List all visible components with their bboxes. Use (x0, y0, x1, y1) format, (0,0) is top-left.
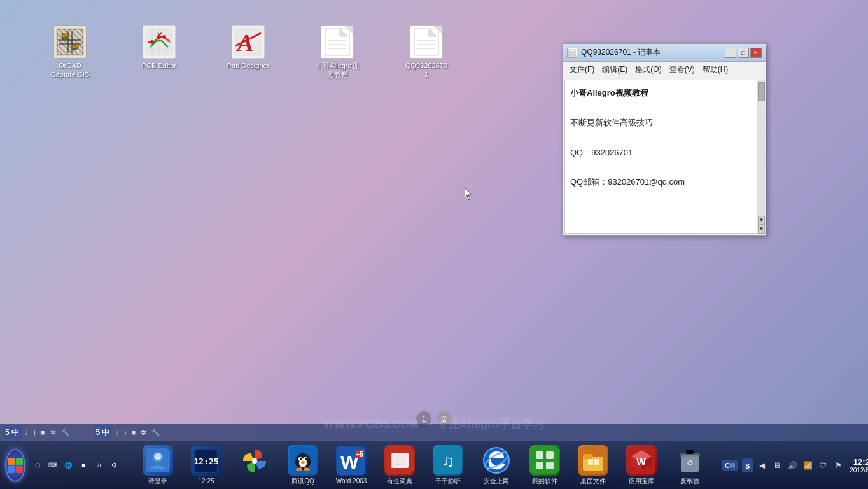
sec-item-note-2[interactable]: ♪ (113, 429, 121, 436)
start-button[interactable] (5, 449, 25, 482)
svg-text:A: A (236, 29, 253, 56)
video-folder-icon (321, 25, 354, 59)
svg-point-60 (301, 461, 305, 464)
sec-item-asterisk[interactable]: ✲ (48, 429, 58, 437)
sec-item-wrench-2[interactable]: 🔧 (150, 429, 162, 437)
taskbar-app-mysoft[interactable]: 我的软件 (523, 445, 566, 486)
notepad-menu-view[interactable]: 查看(V) (666, 63, 699, 76)
trash-label: 废纸篓 (680, 477, 699, 486)
music-icon: ♫ (433, 445, 463, 476)
ime-char-5-2: 5 (96, 428, 101, 437)
notepad-titlebar[interactable]: QQ932026701 - 记事本 ─ □ ✕ (563, 44, 766, 62)
ql-icon-1[interactable]: ⬡ (31, 458, 45, 472)
scroll-bottom-arrow[interactable]: ▼ (758, 225, 765, 234)
svg-rect-87 (588, 459, 593, 465)
secondary-toolbar: 5 中 ♪ ) ■ ✲ 🔧 5 中 ♪ ) ■ ✲ 🔧 (0, 424, 868, 441)
notepad-scrollbar[interactable]: ▼ ▼ (757, 80, 766, 234)
svg-rect-9 (73, 45, 79, 48)
tray-icon-shield[interactable]: 🛡 (816, 459, 829, 472)
notepad-scrollbar-thumb[interactable] (758, 82, 765, 101)
svg-point-7 (73, 45, 78, 50)
notepad-line-7: QQ邮箱：932026701@qq.com (570, 174, 759, 189)
svg-point-47 (156, 454, 160, 458)
appstore-icon: W (626, 445, 657, 476)
ql-icon-6[interactable]: ⚙ (107, 458, 121, 472)
minimize-button[interactable]: ─ (725, 48, 736, 58)
notepad-menu-file[interactable]: 文件(F) (566, 63, 598, 76)
mysoft-icon (529, 445, 560, 476)
sec-item-wrench[interactable]: 🔧 (59, 429, 72, 437)
notepad-content[interactable]: 小哥Allegro视频教程 不断更新软件高级技巧 QQ：932026701 QQ… (564, 80, 764, 234)
pcb-editor-label: PCB Editor (142, 61, 176, 70)
system-clock[interactable]: 12:25 2012/8/30 (850, 457, 868, 474)
ql-icon-2[interactable]: ⌨ (46, 458, 60, 472)
taskbar-app-appstore[interactable]: W 应用宝库 (620, 445, 663, 486)
taskbar-app-trash[interactable]: ♻ 废纸篓 (668, 445, 711, 486)
sec-item-paren[interactable]: ) (31, 429, 38, 436)
desktop-icon-orcad[interactable]: OrCAD Capture CIS (45, 25, 95, 80)
svg-rect-24 (325, 29, 349, 55)
notepad-line-4 (570, 130, 759, 145)
desktop-icons-container: OrCAD Capture CIS (45, 25, 452, 80)
desktop-icon-pad-designer[interactable]: A Pad Designer (223, 25, 274, 70)
taskbar-app-desktop-files[interactable]: 桌面文件 (571, 445, 615, 486)
contacts-icon (143, 445, 173, 476)
ime-bar-1[interactable]: 5 中 (3, 425, 22, 439)
svg-rect-88 (594, 459, 599, 465)
svg-text:12:25: 12:25 (194, 457, 218, 466)
ime-bar-2[interactable]: 5 中 (94, 425, 113, 439)
svg-rect-83 (546, 462, 554, 469)
taskbar-app-ie[interactable]: 安全上网 (475, 445, 518, 486)
close-button[interactable]: ✕ (750, 48, 762, 58)
notepad-menu-edit[interactable]: 编辑(E) (598, 63, 631, 76)
ime-char-5: 5 (5, 428, 10, 437)
word-label: Word 2003 (336, 478, 367, 485)
taskbar-app-word[interactable]: W +5 Word 2003 (330, 446, 373, 485)
notepad-window: QQ932026701 - 记事本 ─ □ ✕ 文件(F) 编辑(E) 格式(O… (563, 43, 766, 236)
svg-rect-40 (16, 458, 23, 465)
ql-icon-5[interactable]: ⊕ (92, 458, 106, 472)
taskbar-app-pinwheel[interactable]: · (233, 446, 276, 485)
taskbar-app-clock[interactable]: 12:25 12:25 (185, 446, 228, 485)
taskbar-app-music[interactable]: ♫ 千千静听 (426, 445, 470, 486)
ql-icon-3[interactable]: 🌐 (61, 458, 75, 472)
sec-item-square[interactable]: ■ (39, 429, 47, 436)
clock-date: 2012/8/30 (850, 467, 868, 474)
svg-point-58 (300, 458, 302, 460)
sec-item-paren-2[interactable]: ) (122, 429, 129, 436)
taskbar-app-qq[interactable]: 腾讯QQ (281, 445, 325, 486)
tray-icon-network[interactable]: 📶 (801, 459, 814, 472)
window-controls: ─ □ ✕ (725, 48, 762, 58)
notepad-menu-help[interactable]: 帮助(H) (699, 63, 732, 76)
tray-icon-sound[interactable]: 🔊 (786, 459, 799, 472)
ime-tray[interactable]: CH (722, 460, 738, 471)
tray-icon-monitor[interactable]: 🖥 (771, 459, 783, 472)
taskbar-app-dictionary[interactable]: 有道词典 (378, 445, 421, 486)
ql-icon-4[interactable]: ■ (76, 458, 90, 472)
tray-icon-action[interactable]: ⚑ (832, 459, 844, 472)
notepad-line-2 (570, 100, 759, 115)
svg-rect-0 (56, 28, 84, 56)
scroll-down-arrow[interactable]: ▼ (758, 216, 765, 225)
notepad-menu-format[interactable]: 格式(O) (631, 63, 665, 76)
svg-point-19 (157, 35, 161, 39)
desktop-icon-pcb-editor[interactable]: ✗ PCB Editor (134, 25, 185, 70)
tray-icon-arrow[interactable]: ◀ (755, 459, 768, 472)
ime-s[interactable]: S (742, 458, 753, 472)
sec-item-square-2[interactable]: ■ (129, 429, 137, 436)
desktop-icon-video-folder[interactable]: 小哥Allegro视 频教程 (312, 25, 363, 80)
sec-item-note[interactable]: ♪ (23, 429, 31, 436)
svg-rect-42 (16, 466, 23, 473)
taskbar-app-contacts[interactable]: 请登录 (136, 445, 179, 486)
pad-designer-label: Pad Designer (227, 61, 270, 70)
sec-item-asterisk-2[interactable]: ✲ (139, 429, 148, 437)
qq-file-icon (410, 25, 443, 59)
qq-file-label: QQ93202670 1 (405, 61, 447, 80)
svg-rect-41 (8, 466, 15, 473)
svg-rect-8 (61, 33, 67, 37)
desktop-icon-qq-file[interactable]: QQ93202670 1 (401, 25, 452, 80)
dictionary-label: 有道词典 (387, 477, 412, 486)
maximize-button[interactable]: □ (738, 48, 749, 58)
appstore-label: 应用宝库 (629, 477, 654, 486)
ie-label: 安全上网 (484, 477, 509, 486)
